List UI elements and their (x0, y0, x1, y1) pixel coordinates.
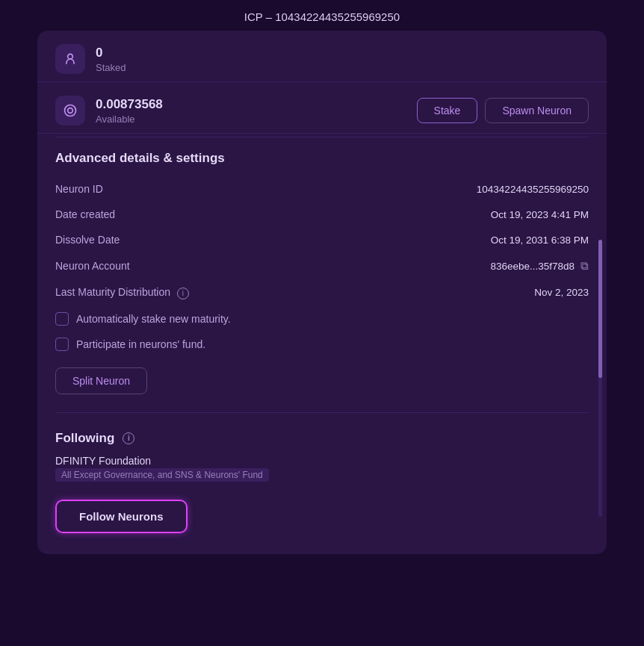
staked-label: Staked (96, 62, 589, 73)
copy-account-icon[interactable]: ⧉ (580, 259, 589, 273)
advanced-section-title: Advanced details & settings (37, 148, 607, 176)
staked-icon-box (55, 44, 85, 74)
staked-value: 0 (96, 46, 589, 60)
staked-icon (63, 52, 78, 66)
participate-fund-row: Participate in neurons' fund. (37, 332, 607, 357)
neuron-id-row: Neuron ID 10434224435255969250 (37, 176, 607, 202)
scrollbar-track (598, 240, 602, 517)
neuron-account-row: Neuron Account 836eebe...35f78d8 ⧉ (37, 252, 607, 279)
date-created-row: Date created Oct 19, 2023 4:41 PM (37, 202, 607, 227)
page-title: ICP – 10434224435255969250 (0, 0, 644, 31)
spawn-neuron-button[interactable]: Spawn Neuron (485, 98, 589, 123)
last-maturity-info-icon[interactable]: i (177, 288, 189, 299)
auto-stake-checkbox[interactable] (55, 312, 69, 326)
available-icon (63, 103, 78, 118)
auto-stake-label: Automatically stake new maturity. (76, 313, 231, 325)
participate-fund-checkbox[interactable] (55, 338, 69, 351)
scrollbar-thumb[interactable] (598, 240, 602, 378)
neuron-account-value: 836eebe...35f78d8 ⧉ (490, 259, 589, 273)
svg-point-0 (68, 54, 73, 59)
divider-2 (55, 412, 589, 413)
neuron-id-label: Neuron ID (55, 183, 103, 195)
neuron-card: 0 Staked 0.00873568 Available Stake Spaw… (37, 31, 607, 554)
last-maturity-value: Nov 2, 2023 (534, 287, 589, 298)
page-wrapper: ICP – 10434224435255969250 0 Staked (0, 0, 644, 646)
following-title: Following i (55, 431, 589, 446)
participate-fund-label: Participate in neurons' fund. (76, 338, 205, 350)
following-name: DFINITY Foundation (55, 455, 589, 467)
neuron-id-value: 10434224435255969250 (477, 184, 589, 195)
available-row: 0.00873568 Available Stake Spawn Neuron (37, 82, 607, 134)
following-info-icon[interactable]: i (123, 432, 134, 444)
dissolve-date-row: Dissolve Date Oct 19, 2031 6:38 PM (37, 227, 607, 252)
following-desc: All Except Governance, and SNS & Neurons… (55, 468, 269, 482)
staked-row: 0 Staked (37, 31, 607, 82)
neuron-account-label: Neuron Account (55, 260, 130, 272)
svg-point-2 (68, 108, 73, 114)
dissolve-date-value: Oct 19, 2031 6:38 PM (491, 235, 589, 246)
available-icon-box (55, 96, 85, 125)
staked-info: 0 Staked (96, 46, 589, 73)
stake-button[interactable]: Stake (417, 98, 478, 123)
following-section: Following i DFINITY Foundation All Excep… (37, 423, 607, 482)
follow-neurons-button[interactable]: Follow Neurons (55, 500, 188, 533)
last-maturity-label: Last Maturity Distribution i (55, 286, 189, 299)
last-maturity-row: Last Maturity Distribution i Nov 2, 2023 (37, 279, 607, 306)
dissolve-date-label: Dissolve Date (55, 234, 120, 246)
following-item: DFINITY Foundation All Except Governance… (55, 455, 589, 482)
available-label: Available (96, 114, 417, 125)
available-info: 0.00873568 Available (96, 97, 417, 125)
divider-1 (55, 137, 589, 137)
date-created-value: Oct 19, 2023 4:41 PM (491, 209, 589, 220)
date-created-label: Date created (55, 208, 115, 220)
svg-point-1 (65, 105, 76, 117)
auto-stake-row: Automatically stake new maturity. (37, 306, 607, 332)
action-buttons: Stake Spawn Neuron (417, 98, 589, 123)
split-neuron-button[interactable]: Split Neuron (55, 367, 147, 394)
available-value: 0.00873568 (96, 97, 417, 112)
